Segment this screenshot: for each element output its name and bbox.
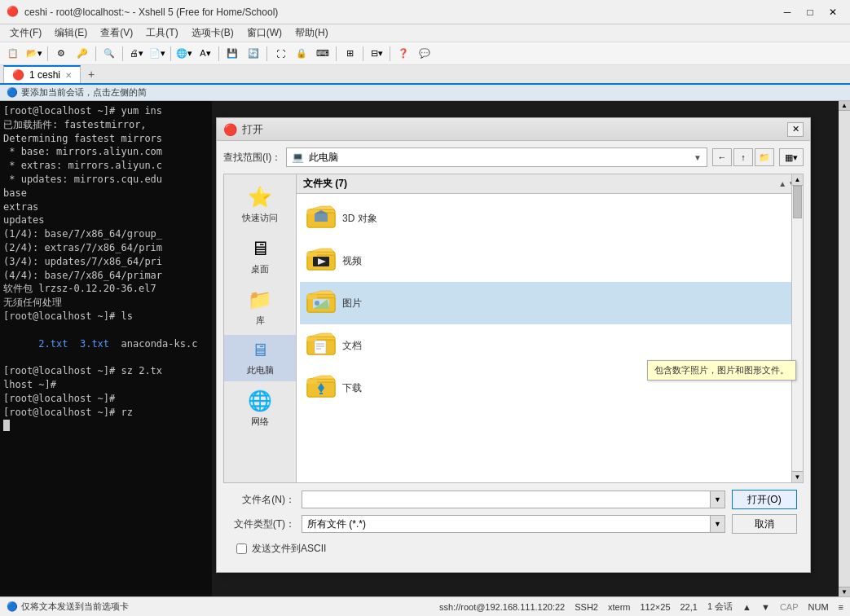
toolbar-kbd[interactable]: ⌨ [313, 45, 333, 63]
menu-tabs[interactable]: 选项卡(B) [185, 24, 240, 42]
sort-up-arrow[interactable]: ▲ [778, 179, 786, 188]
toolbar-lock[interactable]: 🔒 [292, 45, 311, 63]
toolbar-open[interactable]: 📂▾ [24, 45, 44, 63]
session-text: 要添加当前会话，点击左侧的简 [21, 86, 147, 99]
sidebar-quick-access[interactable]: ⭐ 快速访问 [224, 181, 296, 229]
location-combo[interactable]: 💻 此电脑 ▼ [286, 147, 707, 167]
folder-pictures-icon [306, 288, 336, 319]
toolbar-sep-2 [95, 46, 96, 61]
session-icon: 🔵 [7, 87, 18, 98]
toolbar-disk[interactable]: 💾 [222, 45, 242, 63]
filename-dropdown-arrow[interactable]: ▼ [710, 491, 724, 508]
svg-rect-29 [307, 379, 317, 384]
toolbar-font[interactable]: A▾ [196, 45, 215, 63]
file-scroll-down[interactable]: ▼ [792, 471, 803, 482]
cancel-button[interactable]: 取消 [732, 514, 797, 534]
tab-bar: 🔴 1 ceshi ✕ + [0, 65, 850, 85]
svg-rect-14 [307, 294, 317, 299]
toolbar-plus[interactable]: ⊞ [340, 45, 359, 63]
nav-up-button[interactable]: ↑ [733, 148, 753, 166]
window-controls: ─ □ ✕ [777, 4, 843, 20]
num-lock-indicator: NUM [808, 602, 829, 612]
file-name-video: 视频 [342, 254, 362, 268]
nav-back-button[interactable]: ← [712, 148, 732, 166]
menu-window[interactable]: 窗口(W) [240, 24, 288, 42]
folder-documents-icon [306, 330, 336, 362]
dialog-close-button[interactable]: ✕ [787, 122, 804, 137]
open-button[interactable]: 打开(O) [732, 490, 797, 509]
tooltip-pictures: 包含数字照片，图片和图形文件。 [647, 360, 796, 381]
file-list-scrollbar[interactable]: ▲ ▼ [791, 174, 803, 482]
cursor-position: 22,1 [680, 602, 698, 612]
file-name-documents: 文档 [342, 339, 362, 353]
toolbar-new[interactable]: 📋 [3, 45, 23, 63]
toolbar-copy[interactable]: 📄▾ [148, 45, 167, 63]
action-buttons: 打开(O) [732, 490, 797, 509]
dialog-location-bar: 查找范围(I)： 💻 此电脑 ▼ ← ↑ 📁 ▦▾ [223, 147, 804, 167]
toolbar-sep-7 [336, 46, 337, 61]
filename-row: 文件名(N)： ▼ 打开(O) [230, 490, 797, 509]
dialog-overlay: 🔴 打开 ✕ 查找范围(I)： 💻 此电脑 ▼ ← ↑ [0, 101, 850, 596]
tab-icon: 🔴 [12, 69, 24, 81]
sidebar-desktop[interactable]: 🖥 桌面 [224, 232, 296, 280]
file-item-video[interactable]: 视频 [300, 240, 799, 282]
quick-access-icon: ⭐ [248, 186, 272, 209]
protocol-info: SSH2 [575, 602, 598, 612]
open-file-dialog: 🔴 打开 ✕ 查找范围(I)： 💻 此电脑 ▼ ← ↑ [216, 117, 811, 573]
menu-view[interactable]: 查看(V) [94, 24, 139, 42]
svg-rect-23 [315, 341, 326, 354]
folder-3d-icon [306, 203, 336, 235]
desktop-label: 桌面 [251, 263, 269, 275]
svg-rect-4 [315, 213, 328, 222]
scroll-up-btn[interactable]: ▲ [742, 602, 751, 612]
sidebar-network[interactable]: 🌐 网络 [224, 385, 296, 433]
view-button[interactable]: ▦▾ [779, 148, 804, 166]
minimize-button[interactable]: ─ [777, 4, 798, 20]
menu-edit[interactable]: 编辑(E) [48, 24, 94, 42]
svg-rect-32 [319, 393, 323, 394]
toolbar-refresh[interactable]: 🔄 [244, 45, 263, 63]
file-scroll-up[interactable]: ▲ [792, 174, 803, 186]
filetype-dropdown-arrow[interactable]: ▼ [710, 516, 724, 532]
toolbar-print[interactable]: 🖨▾ [126, 45, 146, 63]
toolbar-globe[interactable]: 🌐▾ [174, 45, 194, 63]
filetype-area: 文件类型(T)： 所有文件 (*.*) ▼ [230, 515, 725, 533]
folder-video-icon [306, 245, 336, 277]
toolbar-help[interactable]: ❓ [394, 45, 413, 63]
status-text: 仅将文本发送到当前选项卡 [21, 601, 129, 613]
menu-file[interactable]: 文件(F) [3, 24, 48, 42]
session-bar: 🔵 要添加当前会话，点击左侧的简 [0, 85, 850, 101]
folder-downloads-icon [306, 372, 336, 404]
nav-new-folder-button[interactable]: 📁 [755, 148, 774, 166]
toolbar-info[interactable]: 💬 [415, 45, 434, 63]
toolbar-minus[interactable]: ⊟▾ [367, 45, 386, 63]
location-label: 查找范围(I)： [223, 151, 281, 165]
filename-input[interactable]: ▼ [302, 491, 725, 508]
add-tab-button[interactable]: + [82, 65, 100, 83]
tab-ceshi[interactable]: 🔴 1 ceshi ✕ [3, 65, 81, 83]
close-button[interactable]: ✕ [822, 4, 843, 20]
file-item-pictures[interactable]: 图片 [300, 282, 799, 324]
toolbar-sep-5 [218, 46, 219, 61]
sidebar-library[interactable]: 📁 库 [224, 284, 296, 332]
dialog-sidebar: ⭐ 快速访问 🖥 桌面 📁 库 🖥 此电脑 [223, 174, 297, 483]
filetype-combo[interactable]: 所有文件 (*.*) ▼ [302, 515, 725, 533]
tab-close-icon[interactable]: ✕ [65, 71, 72, 80]
file-item-3d[interactable]: 3D 对象 [300, 197, 799, 240]
location-combo-arrow: ▼ [694, 153, 702, 162]
file-scroll-thumb[interactable] [793, 186, 802, 218]
toolbar-search[interactable]: 🔍 [99, 45, 119, 63]
menu-icon[interactable]: ≡ [839, 602, 843, 612]
scroll-down-btn[interactable]: ▼ [761, 602, 770, 612]
app-icon: 🔴 [7, 6, 20, 19]
toolbar-sep-1 [47, 46, 48, 61]
ascii-checkbox[interactable] [236, 543, 247, 554]
dialog-title-icon: 🔴 [223, 123, 237, 136]
sidebar-this-pc[interactable]: 🖥 此电脑 [224, 335, 296, 381]
menu-help[interactable]: 帮助(H) [288, 24, 335, 42]
maximize-button[interactable]: □ [799, 4, 821, 20]
toolbar-full[interactable]: ⛶ [271, 45, 290, 63]
toolbar-key[interactable]: 🔑 [73, 45, 92, 63]
menu-tools[interactable]: 工具(T) [139, 24, 184, 42]
toolbar-prop[interactable]: ⚙ [51, 45, 71, 63]
